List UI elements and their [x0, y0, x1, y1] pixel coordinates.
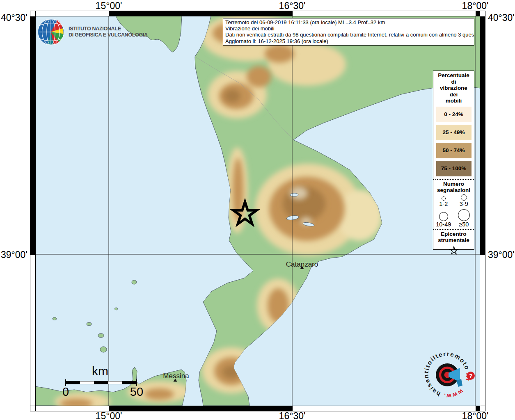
axis-left-4030: 40°30': [1, 12, 27, 23]
report-circle-50plus: [458, 209, 470, 221]
legend-title-word: dei: [433, 91, 474, 98]
island-stromboli: [132, 280, 137, 284]
city-label-catanzaro: Catanzaro: [286, 260, 318, 269]
axis-bottom-15: 15°00': [96, 411, 122, 420]
legend-title-word: segnalazioni: [433, 187, 474, 194]
legend-swatch-0-24: 0 - 24%: [436, 107, 472, 122]
frame-left: [30, 11, 36, 411]
event-subtitle: Vibrazione dei mobili: [225, 25, 472, 32]
axis-right-4030: 40°30': [488, 12, 515, 23]
ingv-name-line2: DI GEOFISICA E VULCANOLOGIA: [69, 32, 148, 38]
ingv-logo-text: ISTITUTO NAZIONALE DI GEOFISICA E VULCAN…: [69, 26, 148, 38]
legend-title-word: strumentale: [433, 237, 474, 244]
frame-bottom-black-1: [109, 406, 293, 411]
frame-right-black: [480, 16, 485, 255]
frame-left-corner-bottom: [30, 406, 35, 406]
scalebar-seg: [94, 381, 108, 384]
frame-top-corner-left: [36, 11, 36, 16]
frame-left-black: [30, 16, 35, 255]
legend-reports-title: Numero segnalazioni: [433, 180, 474, 194]
frame-bottom-corner-left: [36, 406, 36, 411]
legend-vibration-title: Percentuale di vibrazione dei mobili: [433, 71, 474, 104]
frame-right-corner-bottom: [480, 406, 485, 406]
report-label-1-2: 1-2: [439, 201, 448, 207]
report-label-50plus: ≥50: [459, 221, 469, 228]
legend-title-word: Numero: [433, 181, 474, 187]
legend-epicenter-title: Epicentro strumentale: [433, 230, 474, 244]
legend-report-circles: 1-2 3-9 10-49 ≥50: [433, 194, 474, 228]
question-badge-mark: ?: [469, 372, 472, 379]
frame-top: [30, 11, 485, 16]
axis-left-3900: 39°00': [1, 249, 27, 260]
earthquake-map-page: 15°00' 16°30' 18°00' 15°00' 16°30' 18°00…: [0, 0, 515, 420]
scalebar-seg: [122, 381, 136, 384]
legend-title-word: di: [433, 79, 474, 85]
island-lipari: [100, 347, 107, 352]
event-info-box: Terremoto del 06-09-2019 16:11:33 (ora l…: [223, 18, 474, 46]
legend-swatch-25-49: 25 - 49%: [436, 125, 472, 140]
event-updated: Aggiornato il: 16-12-2025 19:36 (ora loc…: [225, 38, 472, 44]
scalebar-unit-label: km: [92, 364, 108, 378]
legend-title-word: Epicentro: [433, 231, 474, 237]
frame-bottom: [30, 406, 485, 411]
axis-top-1630: 16°30': [279, 0, 306, 11]
legend-swatch-75-100: 75 - 100%: [436, 161, 472, 176]
report-label-3-9: 3-9: [460, 201, 468, 207]
axis-bottom-1630: 16°30': [279, 411, 306, 420]
report-circle-3-9: [461, 194, 467, 201]
island-alicudi: [53, 317, 57, 320]
scalebar-start-label: 0: [62, 385, 69, 399]
city-label-messina: Messina: [163, 372, 189, 380]
axis-top-18: 18°00': [462, 0, 489, 11]
event-title: Terremoto del 06-09-2019 16:11:33 (ora l…: [225, 19, 472, 25]
frame-right: [480, 11, 485, 411]
report-circle-10-49: [439, 212, 448, 221]
legend-title-word: Percentuale: [433, 72, 474, 79]
scalebar: [66, 381, 137, 384]
ingv-logo: ISTITUTO NAZIONALE DI GEOFISICA E VULCAN…: [37, 18, 148, 46]
axis-top-15: 15°00': [96, 0, 122, 11]
legend-swatch-50-74: 50 - 74%: [436, 143, 472, 158]
ingv-name-line1: ISTITUTO NAZIONALE: [69, 26, 148, 32]
scalebar-seg: [108, 381, 122, 384]
legend-epicenter-star-icon: [449, 245, 459, 256]
ingv-globe-icon: [37, 18, 65, 46]
scalebar-seg: [80, 381, 94, 384]
scalebar-end-label: 50: [130, 385, 143, 399]
scalebar-seg: [66, 381, 80, 384]
axis-right-3900: 39°00': [488, 249, 515, 260]
map-canvas: [35, 16, 480, 406]
report-circle-1-2: [442, 196, 446, 201]
report-label-10-49: 10-49: [436, 221, 451, 228]
haisentito-logo: www. haisentitoilterremoto .it ?: [419, 346, 476, 404]
legend-box: Percentuale di vibrazione dei mobili 0 -…: [433, 71, 474, 250]
wm-prefix: www.: [442, 388, 465, 399]
island-filicudi: [87, 322, 92, 326]
legend-title-word: vibrazione: [433, 85, 474, 91]
event-disclaimer: Dati non verificati estratti da 98 quest…: [225, 32, 472, 38]
legend-title-word: mobili: [433, 98, 474, 104]
island-salina: [98, 333, 104, 338]
frame-top-black-1: [109, 11, 293, 16]
island-panarea: [115, 308, 118, 310]
axis-bottom-18: 18°00': [462, 411, 489, 420]
